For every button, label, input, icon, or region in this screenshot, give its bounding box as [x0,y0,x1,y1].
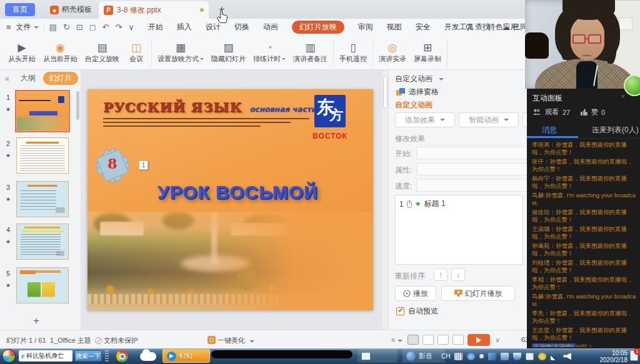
chat-message-list[interactable]: 李培再：孙雪森，我来围观你的直播啦，为你点赞！张仟：孙雪森，我来围观你的直播啦，… [532,141,638,347]
help-icon[interactable] [467,353,475,360]
more-caret-icon[interactable]: ∨ [128,22,134,32]
property-dropdown[interactable] [416,163,528,175]
menu-item-1[interactable]: 开始 [148,22,163,32]
sidebar-scrollbar[interactable] [76,91,79,120]
tab-slides[interactable]: 幻灯片 [43,72,78,85]
dingtalk-taskbar-item[interactable]: 钉钉 [162,349,210,363]
ribbon-group-4: ◎演讲实录⊞屏幕录制 [373,38,448,67]
search-go-button[interactable]: 搜索一下 [74,350,102,362]
slideshow-options-caret[interactable]: ∨ [495,336,500,344]
main-scrollbar[interactable] [382,70,388,330]
auto-preview-checkbox[interactable] [396,307,404,315]
antivirus-icon[interactable] [538,353,546,360]
slide-thumbnail-1[interactable] [16,91,69,131]
tab-messages[interactable]: 消息 [542,125,557,135]
menu-item-9[interactable]: 安全 [416,22,431,32]
slide-thumbnail-3[interactable] [16,181,69,217]
protection-status[interactable]: 文档未保护 [95,336,138,345]
app-window-item[interactable] [358,349,398,363]
play-button[interactable]: 播放 [395,286,436,301]
beautify-button[interactable]: 一键美化 [208,336,254,345]
redo-icon[interactable]: ↷ [115,22,122,32]
menu-item-7[interactable]: 审阅 [358,22,373,32]
hide-slide-button[interactable]: ▨隐藏幻灯片 [208,41,249,65]
meeting-button[interactable]: ◫会议 [123,41,149,65]
play-current-button[interactable]: ◉从当前开始 [39,41,81,65]
keyboard-icon[interactable] [454,353,462,360]
slide-sorter-view-button[interactable] [422,335,434,345]
setup-show-button[interactable]: ▦设置放映方式 [154,41,208,65]
slide-thumbnail-4[interactable] [16,224,69,260]
slideshow-play-button[interactable]: 幻灯片播放 [441,286,515,301]
reading-view-button[interactable] [438,335,449,345]
menu-item-6[interactable]: 幻灯片放映 [292,21,344,34]
speed-dropdown[interactable] [416,179,528,192]
smart-animation-button[interactable]: 智能动画 [459,112,519,127]
camera-toggle-button[interactable] [624,75,640,96]
add-slide-button[interactable]: + [29,315,44,327]
select-pane-button[interactable]: 选择窗格 [396,87,439,97]
animation-list-item[interactable]: 1 ★ 标题 1 [399,199,519,209]
tab-docer[interactable]: 稻壳模板 [50,3,92,16]
slide-thumbnail-5[interactable] [16,267,69,303]
animation-list[interactable]: 1 ★ 标题 1 [395,195,523,265]
ie-search-box[interactable]: e 科比坠机身亡 [19,350,72,362]
clipboard-icon[interactable] [526,353,534,360]
notes-toggle[interactable]: ≡ [391,336,402,343]
custom-show-button[interactable]: ▤自定义放映 [81,41,123,65]
language-indicator[interactable]: CH [441,353,450,360]
panel-title-row[interactable]: 自定义动画 [395,74,444,84]
phone-button[interactable]: ▯手机遥控 [336,41,371,65]
tab-file-active[interactable]: P 3-8 修改.pptx [99,1,209,19]
add-effect-button[interactable]: 添加效果 [395,112,455,127]
collapse-sidebar-icon[interactable]: « [5,74,9,83]
preview-icon[interactable]: ◻ [89,22,96,32]
tray-dot-icon[interactable] [479,354,484,358]
slide-thumbnail-2[interactable] [16,137,69,174]
thumbnail-number-col: 2★ [0,137,16,174]
tray-app1-icon[interactable] [488,353,496,360]
move-up-button[interactable]: ↑ [434,268,448,281]
menu-item-5[interactable]: 动画 [263,22,278,32]
close-icon[interactable]: × [621,92,625,100]
normal-view-button[interactable] [408,335,419,345]
rehearse-button[interactable]: ◔排练计时 [249,41,289,65]
scrollbar-thumb[interactable] [383,76,388,109]
tray-app2-icon[interactable] [501,353,509,360]
menu-item-2[interactable]: 插入 [177,22,192,32]
glasses-right-lens [588,34,601,44]
notes-button[interactable]: ▥演讲者备注 [289,41,331,65]
theme-name[interactable]: 1_Office 主题 [50,336,91,345]
find-button[interactable]: 查找 [466,22,490,32]
start-button[interactable] [2,349,16,363]
start-dropdown[interactable] [416,147,528,159]
tab-outline[interactable]: 大纲 [21,73,36,84]
hamburger-icon[interactable]: ≡ [6,22,11,32]
record-button[interactable]: ◎演讲实录 [375,41,410,65]
tab-home[interactable]: 首页 [5,3,35,16]
animation-order-tag[interactable]: 1 [139,160,148,170]
output-icon[interactable]: ↻ [63,22,70,32]
cloud-browser-icon[interactable] [140,352,156,361]
play-start-button[interactable]: ▶从头开始 [4,41,39,65]
chrome-icon[interactable] [116,350,128,362]
slide-editor[interactable]: РУССКИЙ ЯЗЫКосновная часть 东 方 ВОСТОК 8 … [88,89,373,310]
volume-icon[interactable] [563,353,571,360]
slideshow-view-button[interactable] [452,335,464,345]
save-icon[interactable]: ▤ [49,22,57,32]
start-slideshow-button[interactable] [468,334,490,346]
security-shield-icon[interactable] [513,353,521,360]
undo-icon[interactable]: ↶ [102,22,109,32]
tab-mic-list[interactable]: 连麦列表(0人) [592,125,639,135]
file-menu[interactable]: 文件 [16,22,31,32]
play-current-icon: ◉ [56,42,65,54]
beautify-icon [208,336,216,344]
media-player-item[interactable]: 影音 [402,349,445,363]
screen-button[interactable]: ⊞屏幕录制 [410,41,445,65]
menu-item-4[interactable]: 切换 [234,22,249,32]
menu-item-8[interactable]: 视图 [387,22,402,32]
taskbar-clock[interactable]: 10:05 2020/2/18 [586,350,628,363]
move-down-button[interactable]: ↓ [451,268,465,281]
print-icon[interactable]: ⊡ [76,22,83,32]
network-signal-icon[interactable] [551,353,559,360]
